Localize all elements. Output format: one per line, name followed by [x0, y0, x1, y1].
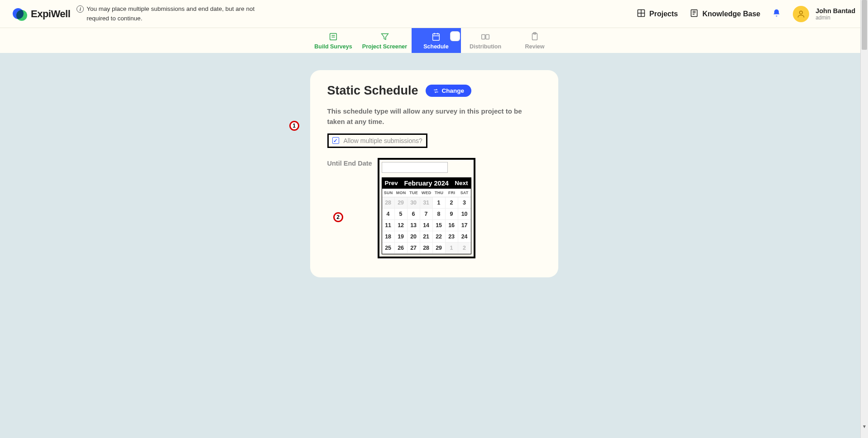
calendar-day[interactable]: 14	[420, 220, 433, 231]
tab-review-label: Review	[525, 43, 544, 50]
allow-multiple-label: Allow multiple submissions?	[344, 137, 422, 144]
tab-build-surveys[interactable]: Build Surveys	[309, 28, 358, 53]
avatar-icon	[793, 6, 809, 22]
calendar-day[interactable]: 16	[446, 220, 458, 231]
brand-logo[interactable]: ExpiWell	[13, 7, 70, 21]
user-menu[interactable]: John Bantad admin	[793, 6, 855, 22]
calendar-day[interactable]: 24	[458, 231, 471, 243]
notifications-button[interactable]	[772, 9, 781, 19]
grid-icon	[637, 9, 646, 19]
date-picker-container: Prev February 2024 Next SUNMONTUEWEDTHUF…	[378, 158, 475, 258]
calendar-day: 28	[382, 197, 395, 209]
calendar-day[interactable]: 17	[458, 220, 471, 231]
calendar-day[interactable]: 21	[420, 231, 433, 243]
funnel-icon	[380, 32, 390, 42]
allow-multiple-checkbox[interactable]	[332, 137, 339, 144]
calendar-icon	[431, 32, 441, 42]
calendar-day[interactable]: 12	[395, 220, 408, 231]
nav-knowledge-base[interactable]: Knowledge Base	[690, 9, 760, 19]
calendar-day[interactable]: 6	[408, 209, 420, 220]
window-scrollbar[interactable]: ▲ ▼	[860, 0, 868, 438]
calendar-day[interactable]: 3	[458, 197, 471, 209]
skip-forward-icon[interactable]	[451, 32, 460, 41]
main-canvas: 1 2 Static Schedule Change This schedule…	[0, 53, 868, 438]
calendar-day[interactable]: 1	[433, 197, 446, 209]
tab-distribution-label: Distribution	[470, 43, 501, 50]
calendar-day[interactable]: 10	[458, 209, 471, 220]
end-date-input[interactable]	[382, 162, 448, 173]
calendar-day[interactable]: 8	[433, 209, 446, 220]
calendar-day[interactable]: 7	[420, 209, 433, 220]
calendar-dow: MON	[395, 189, 408, 197]
calendar-day[interactable]: 26	[395, 243, 408, 254]
calendar-dow: SUN	[382, 189, 395, 197]
calendar-day[interactable]: 27	[408, 243, 420, 254]
swap-icon	[433, 88, 439, 94]
svg-rect-16	[486, 34, 489, 39]
calendar-day[interactable]: 5	[395, 209, 408, 220]
calendar-day[interactable]: 4	[382, 209, 395, 220]
card-title: Static Schedule	[327, 84, 418, 98]
calendar-dow: WED	[420, 189, 433, 197]
calendar-next-button[interactable]: Next	[455, 180, 468, 186]
brand-name: ExpiWell	[31, 8, 70, 20]
user-name: John Bantad	[815, 7, 855, 14]
calendar-day[interactable]: 15	[433, 220, 446, 231]
svg-rect-8	[330, 33, 337, 40]
calendar-prev-button[interactable]: Prev	[385, 180, 398, 186]
change-button-label: Change	[442, 87, 465, 94]
calendar-day[interactable]: 20	[408, 231, 420, 243]
calendar-day[interactable]: 28	[420, 243, 433, 254]
user-role: admin	[815, 14, 855, 21]
allow-multiple-row: Allow multiple submissions?	[327, 133, 427, 148]
workflow-tabs: Build Surveys Project Screener Schedule …	[0, 28, 868, 53]
calendar-grid: SUNMONTUEWEDTHUFRISAT2829303112345678910…	[382, 189, 471, 254]
logo-mark-icon	[13, 7, 26, 21]
calendar-day[interactable]: 22	[433, 231, 446, 243]
nav-projects-label: Projects	[649, 10, 678, 18]
change-schedule-button[interactable]: Change	[426, 85, 472, 97]
calendar-day[interactable]: 2	[446, 197, 458, 209]
schedule-card: 1 2 Static Schedule Change This schedule…	[310, 70, 558, 277]
calendar-popup: Prev February 2024 Next SUNMONTUEWEDTHUF…	[382, 177, 471, 254]
calendar-dow: SAT	[458, 189, 471, 197]
calendar-day: 30	[408, 197, 420, 209]
calendar-day[interactable]: 11	[382, 220, 395, 231]
annotation-marker-1: 1	[289, 121, 299, 131]
calendar-day[interactable]: 19	[395, 231, 408, 243]
calendar-day[interactable]: 29	[433, 243, 446, 254]
tab-schedule-label: Schedule	[423, 43, 449, 50]
tab-distribution[interactable]: Distribution	[461, 28, 510, 53]
tab-screener-label: Project Screener	[362, 43, 407, 50]
tab-schedule[interactable]: Schedule	[412, 28, 461, 53]
calendar-day: 31	[420, 197, 433, 209]
calendar-month-title: February 2024	[404, 180, 448, 187]
tab-review[interactable]: Review	[510, 28, 560, 53]
nav-kb-label: Knowledge Base	[702, 10, 760, 18]
calendar-day[interactable]: 18	[382, 231, 395, 243]
calendar-day[interactable]: 25	[382, 243, 395, 254]
tab-build-label: Build Surveys	[314, 43, 352, 50]
book-icon	[690, 9, 699, 19]
clipboard-icon	[530, 32, 540, 42]
scroll-thumb[interactable]	[862, 0, 867, 50]
card-description: This schedule type will allow any survey…	[327, 106, 536, 127]
header-info: i You may place multiple submissions and…	[77, 5, 258, 23]
calendar-day: 2	[458, 243, 471, 254]
info-icon: i	[77, 5, 84, 13]
svg-rect-15	[482, 34, 485, 39]
calendar-dow: FRI	[446, 189, 458, 197]
scroll-down-arrow-icon[interactable]: ▼	[861, 423, 868, 430]
annotation-marker-2: 2	[333, 212, 343, 222]
calendar-dow: THU	[433, 189, 446, 197]
survey-icon	[328, 32, 338, 42]
svg-rect-3	[691, 10, 697, 16]
calendar-day[interactable]: 13	[408, 220, 420, 231]
svg-rect-11	[433, 33, 440, 40]
calendar-day[interactable]: 23	[446, 231, 458, 243]
calendar-day[interactable]: 9	[446, 209, 458, 220]
app-header: ExpiWell i You may place multiple submis…	[0, 0, 868, 28]
tab-project-screener[interactable]: Project Screener	[358, 28, 412, 53]
nav-projects[interactable]: Projects	[637, 9, 678, 19]
end-date-label: Until End Date	[327, 158, 372, 167]
